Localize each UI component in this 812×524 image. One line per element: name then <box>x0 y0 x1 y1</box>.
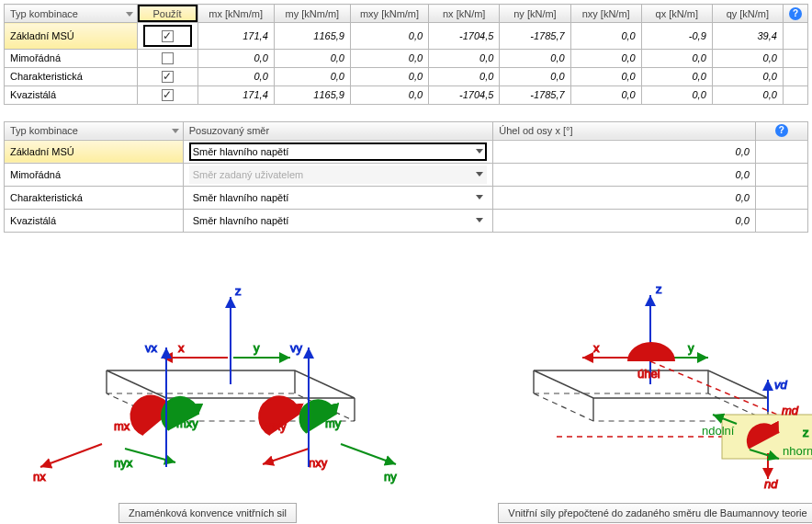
val-cell: 0,0 <box>197 49 274 67</box>
left-diagram: z x y vx vy mx mxy mxy my nx <box>15 260 400 523</box>
svg-text:z: z <box>656 282 662 296</box>
svg-text:ndolní: ndolní <box>702 424 735 438</box>
col-nxy[interactable]: nxy [kN/m] <box>570 5 641 23</box>
use-checkbox[interactable] <box>162 89 174 101</box>
val-cell: -1785,7 <box>500 85 570 104</box>
left-diagram-svg: z x y vx vy mx mxy mxy my nx <box>15 260 400 490</box>
chevron-down-icon <box>476 218 483 222</box>
row-name: Charakteristická <box>5 186 184 209</box>
svg-text:mx: mx <box>114 419 130 433</box>
val-cell: 0,0 <box>429 67 500 85</box>
pad-cell <box>755 186 807 209</box>
svg-text:x: x <box>178 341 185 355</box>
direction-value: Směr hlavního napětí <box>193 146 289 157</box>
direction-cell[interactable]: Směr hlavního napětí <box>183 186 493 209</box>
col-my[interactable]: my [kNm/m] <box>274 5 350 23</box>
col2-smer[interactable]: Posuzovaný směr <box>183 121 493 140</box>
val-cell: 0,0 <box>641 49 712 67</box>
col-pouzit[interactable]: Použít <box>137 5 197 23</box>
angle-cell: 0,0 <box>493 140 756 163</box>
direction-value: Směr hlavního napětí <box>193 192 289 203</box>
val-cell: 0,0 <box>570 85 641 104</box>
use-checkbox[interactable] <box>162 30 174 42</box>
use-checkbox[interactable] <box>162 71 174 83</box>
svg-text:mxy: mxy <box>176 416 198 430</box>
table-row[interactable]: Kvazistálá Směr hlavního napětí 0,0 <box>5 209 808 232</box>
direction-value: Směr hlavního napětí <box>193 215 289 226</box>
val-cell: 0,0 <box>570 67 641 85</box>
col-mx[interactable]: mx [kNm/m] <box>197 5 274 23</box>
svg-text:mxy: mxy <box>265 419 287 433</box>
col-nx[interactable]: nx [kN/m] <box>429 5 500 23</box>
use-cell[interactable] <box>137 49 197 67</box>
col2-uhel[interactable]: Úhel od osy x [°] <box>493 121 756 140</box>
col-ny[interactable]: ny [kN/m] <box>500 5 570 23</box>
val-cell: 0,0 <box>197 67 274 85</box>
pad-cell <box>783 49 807 67</box>
svg-text:nd: nd <box>764 477 778 490</box>
val-cell: 0,0 <box>274 49 350 67</box>
svg-text:ny: ny <box>384 470 397 484</box>
direction-cell[interactable]: Směr hlavního napětí <box>183 209 493 232</box>
col-mxy[interactable]: mxy [kNm/m] <box>350 5 428 23</box>
svg-text:z: z <box>803 426 809 439</box>
col-typ[interactable]: Typ kombinace <box>5 5 138 23</box>
pad-cell <box>755 163 807 186</box>
table-row[interactable]: Mimořádná Směr zadaný uživatelem 0,0 <box>5 163 808 186</box>
val-cell: 0,0 <box>641 67 712 85</box>
help-cell-2[interactable]: ? <box>755 121 807 140</box>
val-cell: 0,0 <box>274 67 350 85</box>
val-cell: 0,0 <box>570 23 641 50</box>
use-checkbox[interactable] <box>162 52 174 64</box>
direction-value: Směr zadaný uživatelem <box>193 169 303 180</box>
help-icon[interactable]: ? <box>775 124 788 137</box>
direction-table: Typ kombinace Posuzovaný směr Úhel od os… <box>4 121 808 233</box>
table-row[interactable]: Mimořádná0,00,00,00,00,00,00,00,0 <box>5 49 808 67</box>
val-cell: -1704,5 <box>429 23 500 50</box>
svg-text:vd: vd <box>774 378 788 392</box>
val-cell: 0,0 <box>641 85 712 104</box>
row-name: Mimořádná <box>5 49 138 67</box>
val-cell: 171,4 <box>197 23 274 50</box>
table-row[interactable]: Kvazistálá171,41165,90,0-1704,5-1785,70,… <box>5 85 808 104</box>
svg-text:vx: vx <box>145 341 158 355</box>
help-cell[interactable]: ? <box>783 5 807 23</box>
table-row[interactable]: Základní MSÚ171,41165,90,0-1704,5-1785,7… <box>5 23 808 50</box>
val-cell: 0,0 <box>350 67 428 85</box>
val-cell: 0,0 <box>350 49 428 67</box>
right-caption: Vnitřní síly přepočtené do zadaného směr… <box>498 503 812 523</box>
val-cell: 0,0 <box>350 85 428 104</box>
right-diagram: z x y úhel ndolní nhorní vd md nd z <box>474 260 812 523</box>
table-row[interactable]: Charakteristická Směr hlavního napětí 0,… <box>5 186 808 209</box>
svg-line-22 <box>125 449 175 462</box>
direction-cell[interactable]: Směr hlavního napětí <box>183 140 493 163</box>
direction-select[interactable]: Směr hlavního napětí <box>189 211 488 230</box>
col-qy[interactable]: qy [kN/m] <box>712 5 783 23</box>
direction-select[interactable]: Směr hlavního napětí <box>189 188 488 207</box>
direction-select[interactable]: Směr hlavního napětí <box>189 142 488 161</box>
svg-text:z: z <box>235 284 242 298</box>
col-qx[interactable]: qx [kN/m] <box>641 5 712 23</box>
svg-line-24 <box>263 449 309 464</box>
use-cell[interactable] <box>137 23 197 50</box>
svg-text:md: md <box>782 404 799 417</box>
pad-cell <box>755 209 807 232</box>
svg-text:vy: vy <box>290 341 303 355</box>
table-row[interactable]: Charakteristická0,00,00,00,00,00,00,00,0 <box>5 67 808 85</box>
direction-cell[interactable]: Směr zadaný uživatelem <box>183 163 493 186</box>
angle-cell: 0,0 <box>493 209 756 232</box>
val-cell: 0,0 <box>712 49 783 67</box>
row-name: Kvazistálá <box>5 85 138 104</box>
use-cell[interactable] <box>137 85 197 104</box>
val-cell: 39,4 <box>712 23 783 50</box>
table-row[interactable]: Základní MSÚ Směr hlavního napětí 0,0 <box>5 140 808 163</box>
row-name: Mimořádná <box>5 163 184 186</box>
row-name: Kvazistálá <box>5 209 184 232</box>
use-cell[interactable] <box>137 67 197 85</box>
val-cell: 1165,9 <box>274 23 350 50</box>
svg-text:úhel: úhel <box>637 367 660 381</box>
val-cell: 0,0 <box>500 49 570 67</box>
help-icon[interactable]: ? <box>789 7 802 20</box>
col2-typ[interactable]: Typ kombinace <box>5 121 184 140</box>
val-cell: 0,0 <box>500 67 570 85</box>
